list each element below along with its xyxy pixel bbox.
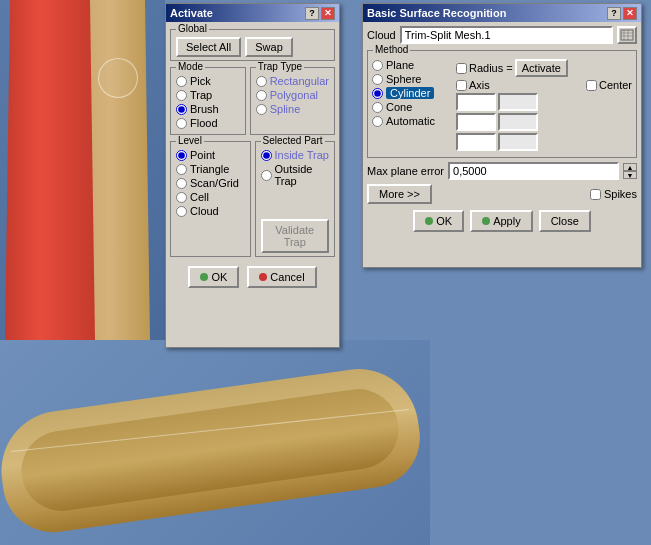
max-plane-input[interactable] [448, 162, 619, 180]
mode-pick-label: Pick [190, 75, 211, 87]
level-cell-radio[interactable] [176, 192, 187, 203]
value-input-2[interactable] [498, 93, 538, 111]
swap-button[interactable]: Swap [245, 37, 293, 57]
part-inside-radio[interactable] [261, 150, 272, 161]
selected-part-label: Selected Part [261, 135, 325, 146]
select-all-button[interactable]: Select All [176, 37, 241, 57]
level-point-row: Point [176, 149, 245, 161]
inputs-row3 [456, 133, 632, 151]
value-input-5[interactable] [456, 133, 496, 151]
level-radios: Point Triangle Scan/Grid Cell [176, 149, 245, 217]
activate-close-btn[interactable]: ✕ [321, 7, 335, 20]
activate-bottom-buttons: OK Cancel [170, 266, 335, 288]
selected-part-group: Selected Part Inside Trap Outside Trap V… [255, 141, 336, 257]
mode-pick-radio[interactable] [176, 76, 187, 87]
center-checkbox[interactable] [586, 80, 597, 91]
axis-checkbox[interactable] [456, 80, 467, 91]
validate-trap-button[interactable]: Validate Trap [261, 219, 330, 253]
level-triangle-row: Triangle [176, 163, 245, 175]
level-triangle-radio[interactable] [176, 164, 187, 175]
trap-spline-radio[interactable] [256, 104, 267, 115]
activate-help-btn[interactable]: ? [305, 7, 319, 20]
trap-rect-row: Rectangular [256, 75, 329, 87]
level-label: Level [176, 135, 204, 146]
method-sphere-label: Sphere [386, 73, 421, 85]
activate-titlebar-btns: ? ✕ [305, 7, 335, 20]
radius-label: Radius = [469, 62, 513, 74]
trap-poly-row: Polygonal [256, 89, 329, 101]
value-input-1[interactable] [456, 93, 496, 111]
bsr-close-button[interactable]: Close [539, 210, 591, 232]
value-input-3[interactable] [456, 113, 496, 131]
cancel-dot-icon [259, 273, 267, 281]
level-cloud-radio[interactable] [176, 206, 187, 217]
part-radios: Inside Trap Outside Trap [261, 149, 330, 187]
method-cylinder-label: Cylinder [386, 87, 434, 99]
mode-label: Mode [176, 61, 205, 72]
method-cylinder-radio[interactable] [372, 88, 383, 99]
bsr-activate-button[interactable]: Activate [515, 59, 568, 77]
top-viewport [0, 0, 165, 340]
trap-polygonal-radio[interactable] [256, 90, 267, 101]
mode-pick-row: Pick [176, 75, 240, 87]
level-cloud-label: Cloud [190, 205, 219, 217]
spin-up-btn[interactable]: ▲ [623, 163, 637, 171]
activate-cancel-button[interactable]: Cancel [247, 266, 316, 288]
trap-rect-label: Rectangular [270, 75, 329, 87]
cloud-icon-btn[interactable] [617, 26, 637, 44]
mode-brush-radio[interactable] [176, 104, 187, 115]
bottom-viewport [0, 340, 430, 545]
value-input-6[interactable] [498, 133, 538, 151]
activate-cancel-label: Cancel [270, 271, 304, 283]
radius-row: Radius = Activate [456, 59, 632, 77]
circle-indicator [98, 58, 138, 98]
activate-ok-label: OK [211, 271, 227, 283]
method-plane-row: Plane [372, 59, 452, 71]
mode-trap-radio[interactable] [176, 90, 187, 101]
method-sphere-radio[interactable] [372, 74, 383, 85]
bsr-apply-button[interactable]: Apply [470, 210, 533, 232]
part-outside-radio[interactable] [261, 170, 272, 181]
trap-spline-label: Spline [270, 103, 301, 115]
bsr-close-btn[interactable]: ✕ [623, 7, 637, 20]
method-plane-radio[interactable] [372, 60, 383, 71]
level-scangrid-radio[interactable] [176, 178, 187, 189]
method-auto-radio[interactable] [372, 116, 383, 127]
bsr-content: Cloud Method Plane [363, 22, 641, 236]
global-group: Global Select All Swap [170, 29, 335, 61]
cloud-label: Cloud [367, 29, 396, 41]
mode-brush-label: Brush [190, 103, 219, 115]
bottom-3d-inner [16, 384, 403, 516]
bsr-bottom-buttons: OK Apply Close [367, 210, 637, 232]
part-outside-row: Outside Trap [261, 163, 330, 187]
ok-dot-icon [200, 273, 208, 281]
method-cylinder-row: Cylinder [372, 87, 452, 99]
cloud-input[interactable] [400, 26, 613, 44]
level-point-radio[interactable] [176, 150, 187, 161]
max-plane-label: Max plane error [367, 165, 444, 177]
bsr-titlebar: Basic Surface Recognition ? ✕ [363, 4, 641, 22]
level-group: Level Point Triangle Scan/Grid [170, 141, 251, 257]
bsr-ok-button[interactable]: OK [413, 210, 464, 232]
level-triangle-label: Triangle [190, 163, 229, 175]
part-outside-label: Outside Trap [275, 163, 330, 187]
activate-window: Activate ? ✕ Global Select All Swap Mode… [165, 3, 340, 348]
method-auto-row: Automatic [372, 115, 452, 127]
trap-rectangular-radio[interactable] [256, 76, 267, 87]
bsr-help-btn[interactable]: ? [607, 7, 621, 20]
more-button[interactable]: More >> [367, 184, 432, 204]
mode-flood-radio[interactable] [176, 118, 187, 129]
bsr-title: Basic Surface Recognition [367, 7, 607, 19]
mode-trap-row: Mode Pick Trap Brush [170, 64, 335, 138]
method-cone-radio[interactable] [372, 102, 383, 113]
level-scangrid-label: Scan/Grid [190, 177, 239, 189]
bsr-apply-label: Apply [493, 215, 521, 227]
level-cloud-row: Cloud [176, 205, 245, 217]
activate-ok-button[interactable]: OK [188, 266, 239, 288]
trap-type-label: Trap Type [256, 61, 304, 72]
value-input-4[interactable] [498, 113, 538, 131]
spikes-checkbox[interactable] [590, 189, 601, 200]
radius-checkbox[interactable] [456, 63, 467, 74]
spin-down-btn[interactable]: ▼ [623, 171, 637, 179]
bsr-close-label: Close [551, 215, 579, 227]
